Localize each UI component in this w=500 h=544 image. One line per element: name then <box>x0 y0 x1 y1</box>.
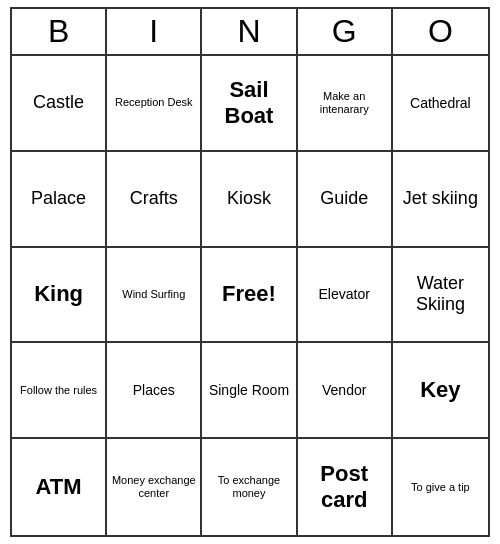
bingo-cell: Elevator <box>298 248 393 344</box>
bingo-cell: Palace <box>12 152 107 248</box>
bingo-cell: Reception Desk <box>107 56 202 152</box>
bingo-cell: Castle <box>12 56 107 152</box>
bingo-cell: Make an intenarary <box>298 56 393 152</box>
header-letter: N <box>202 9 297 54</box>
bingo-cell: Vendor <box>298 343 393 439</box>
bingo-cell: Money exchange center <box>107 439 202 535</box>
header-letter: B <box>12 9 107 54</box>
header-letter: I <box>107 9 202 54</box>
bingo-cell: Jet skiing <box>393 152 488 248</box>
bingo-cell: Guide <box>298 152 393 248</box>
header-letter: O <box>393 9 488 54</box>
bingo-cell: Cathedral <box>393 56 488 152</box>
bingo-cell: Free! <box>202 248 297 344</box>
header-letter: G <box>298 9 393 54</box>
bingo-cell: To give a tip <box>393 439 488 535</box>
bingo-card: BINGO CastleReception DeskSail BoatMake … <box>10 7 490 537</box>
bingo-cell: Key <box>393 343 488 439</box>
bingo-cell: Water Skiing <box>393 248 488 344</box>
bingo-cell: Follow the rules <box>12 343 107 439</box>
bingo-cell: Post card <box>298 439 393 535</box>
bingo-header: BINGO <box>12 9 488 56</box>
bingo-grid: CastleReception DeskSail BoatMake an int… <box>12 56 488 535</box>
bingo-cell: King <box>12 248 107 344</box>
bingo-cell: ATM <box>12 439 107 535</box>
bingo-cell: Wind Surfing <box>107 248 202 344</box>
bingo-cell: Kiosk <box>202 152 297 248</box>
bingo-cell: Single Room <box>202 343 297 439</box>
bingo-cell: Places <box>107 343 202 439</box>
bingo-cell: To exchange money <box>202 439 297 535</box>
bingo-cell: Crafts <box>107 152 202 248</box>
bingo-cell: Sail Boat <box>202 56 297 152</box>
